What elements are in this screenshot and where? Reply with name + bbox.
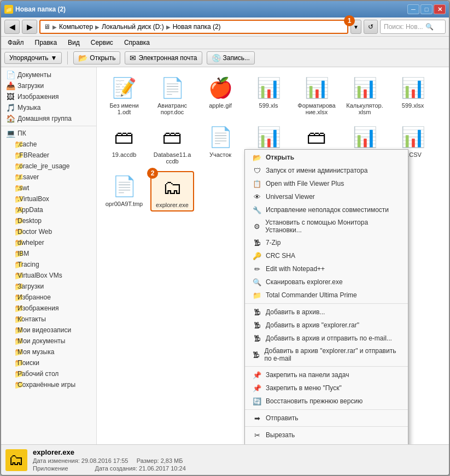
ctx-item-6[interactable]: 🗜7-Zip [245, 236, 408, 249]
minimize-button[interactable]: ─ [407, 4, 419, 14]
sidebar-item-folder-9[interactable]: 📁dwhelper [1, 237, 96, 248]
sidebar-item-documents[interactable]: 📄 Документы [1, 69, 96, 80]
ctx-item-14[interactable]: 🗜Добавить в архив и отправить по e-mail.… [245, 332, 408, 345]
images-icon: 🖼 [5, 92, 15, 101]
file-item-5[interactable]: 📊Калькулятор.xlsm [343, 73, 387, 117]
address-box[interactable]: 🖥 ▶ Компьютер ▶ Локальный диск (D:) ▶ Но… [39, 20, 348, 34]
sidebar-item-folder-13[interactable]: 📁Загрузки [1, 281, 96, 292]
menu-view[interactable]: Вид [65, 38, 83, 48]
sidebar-item-folder-15[interactable]: 📁Изображения [1, 303, 96, 314]
folder-icon-16: 📁 [5, 315, 15, 324]
forward-button[interactable]: ▶ [22, 20, 37, 34]
maximize-button[interactable]: □ [420, 4, 433, 14]
search-box[interactable]: Поиск: Нов... 🔍 [380, 20, 446, 34]
open-label: Открыть [90, 54, 115, 62]
sidebar-item-music[interactable]: 🎵 Музыка [1, 102, 96, 113]
ctx-item-19[interactable]: 🔄Восстановить прежнюю версию [245, 395, 408, 408]
ctx-item-12[interactable]: 🗜Добавить в архив... [245, 305, 408, 319]
sidebar-folder-label-19: Моя музыка [17, 348, 54, 356]
sidebar-item-folder-20[interactable]: 📁Поиски [1, 357, 96, 368]
refresh-button[interactable]: ↺ [364, 20, 378, 34]
organize-button[interactable]: Упорядочить ▼ [4, 52, 62, 64]
ctx-item-9[interactable]: 🔍Сканировать explorer.exe [245, 275, 408, 289]
ctx-item-4[interactable]: 🔧Исправление неполадок совместимости [245, 203, 408, 216]
file-item-4[interactable]: 📊Форматирование.xlsx [295, 73, 338, 117]
ctx-item-21[interactable]: ➡Отправить [245, 412, 408, 425]
file-item-3[interactable]: 📊599.xls [247, 73, 290, 117]
ctx-item-0[interactable]: 📂Открыть [245, 151, 408, 164]
menu-tools[interactable]: Сервис [87, 38, 116, 48]
ctx-item-2[interactable]: 📋Open with File Viewer Plus [245, 177, 408, 190]
ctx-item-7[interactable]: 🔑CRC SHA [245, 249, 408, 262]
sidebar-item-folder-17[interactable]: 📁Мои видеозаписи [1, 325, 96, 336]
file-item-2[interactable]: 🍎apple.gif [198, 73, 242, 117]
title-bar: 📁 Новая папка (2) ─ □ ✕ [1, 1, 449, 17]
sidebar-item-folder-11[interactable]: 📁Tracing [1, 259, 96, 270]
file-icon-4: 📊 [303, 75, 330, 101]
ctx-label-17: Закрепить на панели задач [266, 371, 349, 379]
status-modified: Дата изменения: 29.08.2016 17:55 Размер:… [33, 457, 186, 464]
sidebar-item-folder-8[interactable]: 📁Doctor Web [1, 226, 96, 237]
sidebar-item-folder-2[interactable]: 📁.oracle_jre_usage [1, 161, 96, 172]
sidebar-item-folder-5[interactable]: 📁.VirtualBox [1, 193, 96, 204]
menu-file[interactable]: Файл [4, 38, 27, 48]
sidebar-item-folder-12[interactable]: 📁VirtualBox VMs [1, 270, 96, 281]
sidebar-item-folder-14[interactable]: 📁Избранное [1, 292, 96, 303]
open-button[interactable]: 📂 Открыть [73, 51, 120, 64]
folder-icon-21: 📁 [5, 369, 15, 378]
sidebar-item-folder-16[interactable]: 📁Контакты [1, 314, 96, 325]
homegroup-icon: 🏠 [5, 114, 15, 123]
sidebar-item-folder-21[interactable]: 📁Рабочий стол [1, 368, 96, 379]
ctx-item-10[interactable]: 📁Total Commander Ultima Prime [245, 289, 408, 302]
file-item-9[interactable]: 📄Участок [198, 122, 242, 167]
record-button[interactable]: 💿 Запись... [207, 51, 255, 64]
file-item-15[interactable]: 2🗂explorer.exe [150, 171, 194, 211]
ctx-item-15[interactable]: 🗜Добавить в архив "explorer.rar" и отпра… [245, 345, 408, 365]
ctx-item-17[interactable]: 📌Закрепить на панели задач [245, 368, 408, 381]
file-icon-14: 📄 [111, 173, 137, 199]
sidebar-item-folder-22[interactable]: 📁Сохранённые игры [1, 379, 96, 390]
file-item-7[interactable]: 🗃19.accdb [102, 122, 146, 167]
sidebar-item-folder-1[interactable]: 📁.FBReader [1, 150, 96, 161]
ctx-item-13[interactable]: 🗜Добавить в архив "explorer.rar" [245, 319, 408, 332]
file-icon-7: 🗃 [111, 124, 137, 150]
address-segment-disk: Локальный диск (D:) [102, 23, 164, 31]
ctx-item-3[interactable]: 👁Universal Viewer [245, 190, 408, 203]
sidebar-item-folder-18[interactable]: 📁Мои документы [1, 336, 96, 346]
sidebar-item-folder-10[interactable]: 📁IBM [1, 248, 96, 259]
file-item-14[interactable]: 📄opr00A9T.tmp [102, 171, 146, 211]
ctx-item-18[interactable]: 📌Закрепить в меню "Пуск" [245, 381, 408, 395]
sidebar-item-downloads[interactable]: 📥 Загрузки [1, 80, 96, 91]
sidebar-item-computer[interactable]: 💻 ПК [1, 128, 96, 139]
sidebar-folder-label-3: .r.saver [17, 173, 39, 181]
sidebar-item-folder-4[interactable]: 📁.swt [1, 183, 96, 193]
back-button[interactable]: ◀ [4, 20, 20, 34]
file-item-8[interactable]: 🗃Database11.accdb [150, 122, 194, 167]
ctx-item-1[interactable]: 🛡Запуск от имени администратора [245, 164, 408, 177]
sidebar-item-images[interactable]: 🖼 Изображения [1, 91, 96, 102]
menu-help[interactable]: Справка [121, 38, 153, 48]
ctx-item-8[interactable]: ✏Edit with Notepad++ [245, 262, 408, 275]
menu-edit[interactable]: Правка [32, 38, 61, 48]
email-button[interactable]: ✉ Электронная почта [125, 51, 202, 64]
context-menu[interactable]: 📂Открыть🛡Запуск от имени администратора📋… [244, 149, 408, 444]
music-icon: 🎵 [5, 103, 15, 112]
sidebar-folder-label-9: dwhelper [17, 239, 44, 246]
sidebar-item-folder-0[interactable]: 📁.cache [1, 139, 96, 150]
ctx-item-5[interactable]: ⚙Установить с помощью Монитора Установки… [245, 216, 408, 236]
file-item-0[interactable]: 📝Без имени 1.odt [102, 73, 146, 117]
sidebar-item-folder-7[interactable]: 📁Desktop [1, 215, 96, 226]
file-item-6[interactable]: 📊599.xlsx [391, 73, 435, 117]
sidebar-item-folder-19[interactable]: 📁Моя музыка [1, 346, 96, 357]
ctx-item-24[interactable]: 📋Копировать [245, 442, 408, 444]
ctx-item-23[interactable]: ✂Вырезать [245, 428, 408, 442]
sidebar-item-folder-3[interactable]: 📁.r.saver [1, 172, 96, 183]
sidebar-item-homegroup[interactable]: 🏠 Домашняя группа [1, 113, 96, 124]
sidebar-item-folder-6[interactable]: 📁AppData [1, 204, 96, 215]
sidebar-folder-label-4: .swt [17, 184, 29, 192]
file-item-1[interactable]: 📄Авиатранс порт.doc [150, 73, 194, 117]
content-area[interactable]: 📝Без имени 1.odt📄Авиатранс порт.doc🍎appl… [97, 67, 449, 444]
close-button[interactable]: ✕ [434, 4, 446, 14]
ctx-label-19: Восстановить прежнюю версию [266, 397, 363, 405]
title-icon: 📁 [4, 5, 13, 14]
